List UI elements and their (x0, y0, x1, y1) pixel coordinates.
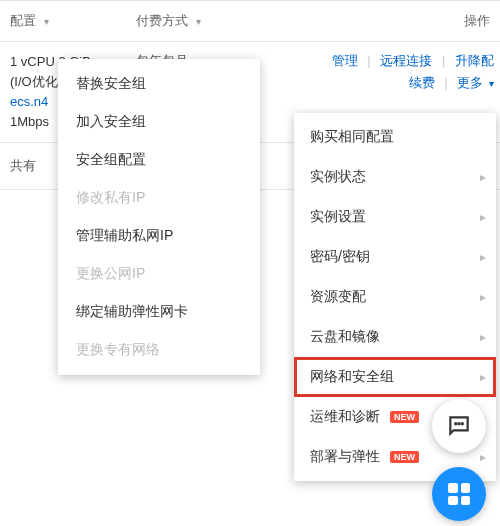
chevron-right-icon: ▸ (480, 330, 486, 344)
submenu-item-swap-sg[interactable]: 替换安全组 (58, 65, 260, 103)
chevron-right-icon: ▸ (480, 290, 486, 304)
svg-point-2 (462, 423, 463, 424)
new-badge: NEW (390, 451, 419, 463)
dd-item-status[interactable]: 实例状态 ▸ (294, 157, 496, 197)
chevron-right-icon: ▸ (480, 450, 486, 464)
chat-icon (446, 413, 472, 439)
dd-item-network-sg[interactable]: 网络和安全组 ▸ (294, 357, 496, 397)
dd-item-buy-same[interactable]: 购买相同配置 (294, 117, 496, 157)
dd-item-label: 网络和安全组 (310, 368, 394, 384)
apps-fab[interactable] (432, 467, 486, 521)
dd-item-label: 运维和诊断 (310, 408, 380, 424)
submenu-item-mod-private-ip: 修改私有IP (58, 179, 260, 217)
submenu-item-sg-config[interactable]: 安全组配置 (58, 141, 260, 179)
chevron-down-icon: ▾ (44, 16, 49, 27)
op-resize[interactable]: 升降配 (455, 50, 494, 72)
submenu-item-aux-private-ip[interactable]: 管理辅助私网IP (58, 217, 260, 255)
submenu-item-swap-vpc: 更换专有网络 (58, 331, 260, 369)
apps-icon (448, 483, 470, 505)
new-badge: NEW (390, 411, 419, 423)
col-header-pay[interactable]: 付费方式 ▾ (136, 12, 356, 30)
op-more-label: 更多 (457, 75, 483, 90)
col-header-spec[interactable]: 配置 ▾ (0, 12, 136, 30)
dd-item-label: 购买相同配置 (310, 128, 394, 144)
dd-item-label: 实例状态 (310, 168, 366, 184)
col-header-ops-label: 操作 (464, 13, 490, 28)
dd-item-settings[interactable]: 实例设置 ▸ (294, 197, 496, 237)
dd-item-label: 实例设置 (310, 208, 366, 224)
dd-item-resource[interactable]: 资源变配 ▸ (294, 277, 496, 317)
op-remote[interactable]: 远程连接 (380, 50, 432, 72)
svg-point-0 (455, 423, 456, 424)
col-header-ops: 操作 (464, 12, 500, 30)
dd-item-label: 部署与弹性 (310, 448, 380, 464)
dd-item-password[interactable]: 密码/密钥 ▸ (294, 237, 496, 277)
chevron-down-icon: ▾ (489, 78, 494, 89)
chevron-right-icon: ▸ (480, 170, 486, 184)
dd-item-disk-image[interactable]: 云盘和镜像 ▸ (294, 317, 496, 357)
chevron-right-icon: ▸ (480, 210, 486, 224)
col-header-spec-label: 配置 (10, 13, 36, 28)
chevron-down-icon: ▾ (196, 16, 201, 27)
op-renew[interactable]: 续费 (409, 72, 435, 94)
submenu-item-bind-eni[interactable]: 绑定辅助弹性网卡 (58, 293, 260, 331)
submenu-item-swap-public-ip: 更换公网IP (58, 255, 260, 293)
dd-item-label: 资源变配 (310, 288, 366, 304)
share-label: 共有 (10, 158, 36, 173)
col-header-pay-label: 付费方式 (136, 13, 188, 28)
dd-item-label: 云盘和镜像 (310, 328, 380, 344)
op-more[interactable]: 更多 ▾ (457, 72, 494, 95)
dd-item-label: 密码/密钥 (310, 248, 370, 264)
chat-fab[interactable] (432, 399, 486, 453)
svg-point-1 (458, 423, 459, 424)
network-submenu: 替换安全组 加入安全组 安全组配置 修改私有IP 管理辅助私网IP 更换公网IP… (58, 59, 260, 375)
op-manage[interactable]: 管理 (332, 50, 358, 72)
chevron-right-icon: ▸ (480, 250, 486, 264)
submenu-item-join-sg[interactable]: 加入安全组 (58, 103, 260, 141)
chevron-right-icon: ▸ (480, 370, 486, 384)
